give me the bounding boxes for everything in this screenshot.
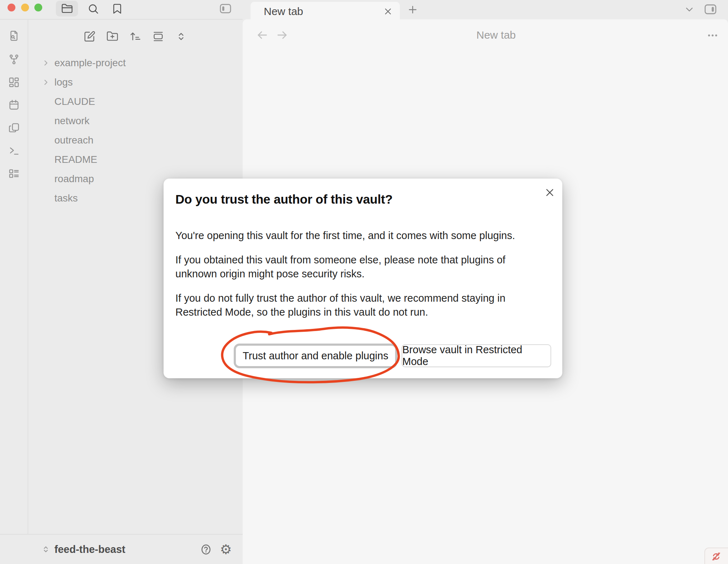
ribbon-list-button[interactable] — [6, 166, 22, 181]
layout-list-icon — [8, 167, 20, 180]
tree-folder-logs[interactable]: logs — [28, 73, 243, 92]
trust-author-button[interactable]: Trust author and enable plugins — [234, 344, 397, 368]
tab-new-tab[interactable]: New tab — [251, 2, 400, 21]
card-layout-button[interactable] — [152, 30, 165, 43]
ribbon-git-fork-button[interactable] — [6, 52, 22, 67]
trust-vault-dialog: Do you trust the author of this vault? Y… — [164, 179, 562, 378]
ribbon-dashboard-button[interactable] — [6, 74, 22, 90]
window-zoom-button[interactable] — [34, 4, 42, 11]
sort-icon — [129, 30, 141, 43]
chevrons-up-down-icon — [40, 544, 51, 555]
help-icon — [200, 544, 212, 555]
window-minimize-button[interactable] — [21, 4, 29, 11]
vault-switcher-bar[interactable]: feed-the-beast ⚙ — [0, 534, 243, 564]
dialog-paragraph: If you do not fully trust the author of … — [175, 291, 551, 319]
dialog-title: Do you trust the author of this vault? — [175, 192, 393, 206]
ribbon-terminal-button[interactable] — [6, 143, 22, 159]
tab-title: New tab — [264, 5, 303, 18]
tree-file-readme[interactable]: README — [28, 150, 243, 169]
pane-title: New tab — [264, 29, 728, 41]
new-tab-button[interactable] — [407, 4, 418, 15]
tree-file-outreach[interactable]: outreach — [28, 131, 243, 150]
vault-folder-button[interactable] — [56, 1, 78, 16]
titlebar — [0, 0, 243, 19]
collapse-all-icon — [175, 30, 187, 43]
plus-icon — [407, 4, 418, 15]
terminal-icon — [8, 145, 20, 157]
search-button[interactable] — [82, 1, 104, 16]
tree-label: tasks — [54, 193, 78, 204]
browse-restricted-button[interactable]: Browse vault in Restricted Mode — [402, 344, 551, 367]
sort-order-button[interactable] — [129, 30, 142, 43]
toggle-right-sidebar-button[interactable] — [703, 2, 718, 17]
tab-list-dropdown[interactable] — [684, 4, 695, 15]
tree-label: CLAUDE — [54, 96, 95, 107]
tree-folder-example-project[interactable]: example-project — [28, 53, 243, 73]
panel-left-toggle-icon — [218, 1, 233, 16]
settings-gear-icon: ⚙ — [220, 543, 232, 556]
new-folder-button[interactable] — [106, 30, 119, 43]
vault-name: feed-the-beast — [54, 544, 125, 555]
explorer-actions — [28, 28, 243, 45]
chevron-right-icon — [41, 78, 50, 87]
copy-icon — [8, 122, 20, 134]
x-icon — [544, 186, 556, 199]
toggle-left-sidebar-button[interactable] — [215, 1, 236, 16]
git-fork-icon — [8, 53, 20, 65]
tree-label: example-project — [54, 57, 126, 69]
dialog-paragraph: You're opening this vault for the first … — [175, 229, 551, 243]
tree-label: network — [54, 115, 89, 127]
calendar-icon — [8, 99, 20, 111]
tab-close-button[interactable] — [383, 6, 393, 16]
sync-status-badge[interactable] — [704, 548, 728, 564]
tree-label: outreach — [54, 135, 93, 146]
new-note-icon — [83, 30, 96, 43]
tree-label: README — [54, 154, 97, 165]
panel-right-toggle-icon — [703, 2, 718, 17]
new-note-button[interactable] — [83, 30, 96, 43]
dialog-paragraph: If you obtained this vault from someone … — [175, 253, 551, 281]
folder-icon — [61, 3, 73, 15]
ribbon-file-search-button[interactable] — [6, 28, 22, 44]
help-button[interactable] — [199, 543, 213, 556]
close-icon — [383, 6, 393, 16]
dialog-body: You're opening this vault for the first … — [175, 229, 551, 330]
tree-file-network[interactable]: network — [28, 111, 243, 131]
tree-label: logs — [54, 77, 73, 88]
sync-off-icon — [710, 551, 722, 562]
bookmark-icon — [111, 3, 123, 15]
bookmarks-button[interactable] — [106, 1, 128, 16]
gallery-vertical-icon — [152, 30, 164, 43]
file-search-icon — [8, 30, 20, 42]
new-folder-icon — [106, 30, 118, 43]
search-icon — [87, 3, 99, 15]
ellipsis-icon — [707, 29, 719, 42]
chevron-down-icon — [684, 4, 695, 15]
tree-file-claude[interactable]: CLAUDE — [28, 92, 243, 111]
ribbon-calendar-button[interactable] — [6, 97, 22, 113]
collapse-all-button[interactable] — [175, 30, 188, 43]
window-close-button[interactable] — [8, 4, 15, 11]
chevron-right-icon — [41, 58, 50, 68]
pane-more-options-button[interactable] — [707, 29, 719, 42]
settings-button[interactable]: ⚙ — [219, 543, 233, 556]
tree-label: roadmap — [54, 173, 94, 185]
dialog-close-button[interactable] — [543, 185, 557, 200]
pane-header: New tab — [243, 19, 728, 50]
ribbon-copy-button[interactable] — [6, 120, 22, 136]
ribbon — [0, 19, 28, 534]
layout-dashboard-icon — [8, 76, 20, 88]
